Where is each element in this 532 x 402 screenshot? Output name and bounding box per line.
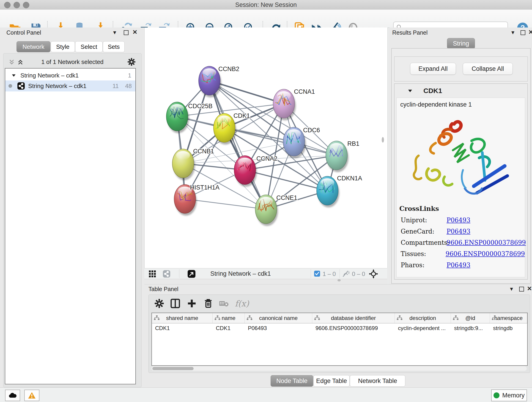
grid-view-icon[interactable] (149, 270, 156, 277)
network-tree: String Network – cdk1 1 String Network –… (5, 68, 136, 384)
memory-button[interactable]: Memory (491, 389, 527, 401)
function-builder-icon[interactable]: f(x) (232, 297, 252, 310)
show-columns-icon[interactable] (169, 297, 182, 310)
cdk1-entry-header[interactable]: CDK1 (394, 84, 527, 98)
tab-sets[interactable]: Sets (103, 41, 125, 52)
crosslink-link[interactable]: 9606.ENSP00000378699 (447, 239, 526, 246)
table-cell[interactable]: stringdb:9... (451, 325, 490, 332)
tab-edge-table[interactable]: Edge Table (313, 375, 350, 387)
results-panel-float-icon[interactable] (520, 30, 525, 35)
table-cell[interactable]: CDK1 (152, 325, 213, 332)
status-bar: Memory (0, 387, 532, 402)
tab-style-label: Style (56, 43, 70, 51)
split-handle[interactable] (337, 279, 341, 281)
column-header-shared-name[interactable]: shared name (152, 313, 213, 323)
collection-count: 1 (128, 72, 131, 79)
tab-node-table[interactable]: Node Table (271, 375, 313, 387)
control-panel-menu-icon[interactable]: ▾ (113, 29, 116, 36)
network-row-selected[interactable]: String Network – cdk1 11 48 (5, 80, 135, 91)
node-CCNE1[interactable]: CCNE1 (255, 194, 298, 226)
table-horizontal-scrollbar[interactable] (152, 366, 527, 371)
column-header-description[interactable]: description (395, 313, 451, 323)
crosslink-link[interactable]: 9606.ENSP00000378699 (446, 250, 525, 257)
expand-all-label: Expand All (418, 65, 448, 72)
node-CDKN1A[interactable]: CDKN1A (317, 175, 362, 207)
tree-expand-icon[interactable] (11, 73, 16, 78)
collapse-all-button[interactable]: Collapse All (463, 63, 513, 75)
table-row[interactable]: CDK1CDK1P064939606.ENSP00000378699cyclin… (152, 323, 527, 333)
column-header-id[interactable]: @id (451, 313, 490, 323)
table-settings-gear-icon[interactable] (153, 297, 166, 310)
node-label-CDK1: CDK1 (234, 112, 250, 119)
crosslink-label: Tissues: (401, 250, 446, 257)
crosslink-row-uniprot: Uniprot:P06493 (401, 217, 525, 224)
hidden-counter: 0 – 0 (352, 270, 365, 278)
cloud-button[interactable] (5, 390, 20, 401)
tab-network[interactable]: Network (17, 41, 51, 52)
control-panel-title: Control Panel (6, 29, 41, 36)
edge-HIST1H1A-CCNE1[interactable] (185, 199, 266, 209)
control-panel-close-icon[interactable]: ✕ (133, 29, 138, 36)
crosslink-row-compartments: Compartments:9606.ENSP00000378699 (401, 239, 525, 246)
node-CCNB1[interactable]: CCNB1 (172, 148, 214, 180)
delete-table-icon[interactable] (217, 297, 230, 310)
node-RB1[interactable]: RB1 (326, 140, 360, 172)
add-column-icon[interactable] (185, 297, 198, 310)
network-collection-row[interactable]: String Network – cdk1 1 (5, 70, 135, 80)
network-thumbnail-icon[interactable] (163, 270, 171, 278)
node-CDC25B[interactable]: CDC25B (166, 102, 213, 133)
table-cell[interactable]: stringdb (490, 325, 527, 332)
cloud-icon (8, 392, 17, 398)
table-cell[interactable]: P06493 (245, 325, 312, 332)
memory-status-dot (494, 392, 500, 398)
table-panel-float-icon[interactable] (519, 287, 524, 292)
table-cell[interactable]: cyclin-dependent ... (395, 325, 451, 332)
memory-label: Memory (502, 392, 525, 399)
table-cell[interactable]: 9606.ENSP00000378699 (312, 325, 395, 332)
column-header-database-identifier[interactable]: database identifier (312, 313, 395, 323)
delete-column-icon[interactable] (202, 297, 215, 310)
bar-divider (311, 269, 311, 278)
split-handle[interactable] (382, 137, 384, 143)
detach-view-icon[interactable] (187, 270, 196, 278)
column-header-namespace[interactable]: namespace (490, 313, 527, 323)
tab-select[interactable]: Select (75, 41, 103, 52)
column-header-name[interactable]: name (213, 313, 245, 323)
expand-all-button[interactable]: Expand All (410, 63, 456, 75)
table-panel: Table Panel ▾ ✕ f(x) shared (144, 284, 532, 388)
column-header-canonical-name[interactable]: canonical name (245, 313, 312, 323)
table-panel-menu-icon[interactable]: ▾ (510, 285, 513, 293)
results-panel-menu-icon[interactable]: ▾ (511, 29, 514, 36)
node-label-CCNE1: CCNE1 (276, 194, 298, 201)
node-label-CCNB2: CCNB2 (218, 65, 239, 72)
crosslink-link[interactable]: P06493 (447, 217, 470, 224)
hidden-eye-icon[interactable] (342, 270, 350, 277)
scrollbar-thumb[interactable] (152, 367, 194, 370)
crosslink-link[interactable]: P06493 (447, 262, 470, 269)
main-toolbar: ? (0, 10, 532, 28)
network-canvas[interactable]: CCNB2CCNA1CDC25BCDK1CDC6RB1CCNB1CCNA2CDK… (144, 27, 388, 268)
node-HIST1H1A[interactable]: HIST1H1A (174, 184, 220, 216)
table-cell[interactable]: CDK1 (213, 325, 245, 332)
entry-collapse-icon[interactable] (407, 88, 413, 94)
tab-network-table[interactable]: Network Table (350, 375, 405, 387)
network-options-gear-icon[interactable] (127, 57, 136, 66)
tab-style[interactable]: Style (51, 41, 75, 52)
node-CCNB2[interactable]: CCNB2 (199, 65, 239, 97)
tab-sets-label: Sets (108, 43, 120, 51)
tab-select-label: Select (81, 43, 97, 51)
entry-description: cyclin-dependent kinase 1 (400, 101, 525, 108)
birdseye-crosshair-icon[interactable] (369, 269, 378, 279)
control-panel: Control Panel ▾ ✕ Network Style Select S… (0, 27, 144, 387)
node-CCNA1[interactable]: CCNA1 (273, 88, 315, 120)
results-panel-close-icon[interactable]: ✕ (528, 29, 532, 36)
control-panel-float-icon[interactable] (124, 30, 128, 35)
node-label-CDKN1A: CDKN1A (337, 175, 362, 182)
network-selection-row: 1 of 1 Network selected (3, 57, 141, 67)
collection-label: String Network – cdk1 (20, 72, 79, 79)
selected-checkbox-icon[interactable] (314, 270, 320, 277)
tab-string[interactable]: String (447, 38, 475, 49)
table-panel-close-icon[interactable]: ✕ (527, 285, 532, 292)
warning-button[interactable] (24, 390, 39, 401)
crosslink-link[interactable]: P06493 (447, 228, 470, 235)
